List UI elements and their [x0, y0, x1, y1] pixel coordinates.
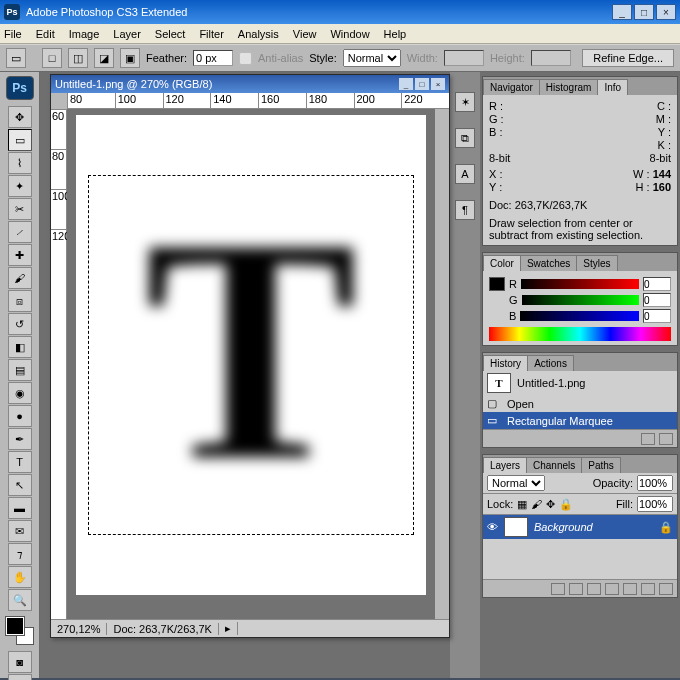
lock-paint-icon[interactable]: 🖌: [531, 498, 542, 510]
tab-layers[interactable]: Layers: [483, 457, 527, 473]
dock-char-icon[interactable]: A: [455, 164, 475, 184]
folder-icon[interactable]: [623, 583, 637, 595]
tab-swatches[interactable]: Swatches: [520, 255, 577, 271]
menu-help[interactable]: Help: [384, 28, 407, 40]
doc-max-button[interactable]: □: [415, 78, 429, 90]
history-item[interactable]: ▭Rectangular Marquee: [483, 412, 677, 429]
tab-histogram[interactable]: Histogram: [539, 79, 599, 95]
new-layer-icon[interactable]: [641, 583, 655, 595]
zoom-level[interactable]: 270,12%: [51, 623, 107, 635]
blend-mode-select[interactable]: Normal: [487, 475, 545, 491]
dock-brushes-icon[interactable]: ✶: [455, 92, 475, 112]
path-tool[interactable]: ↖: [8, 474, 32, 496]
opacity-input[interactable]: [637, 475, 673, 491]
eraser-tool[interactable]: ◧: [8, 336, 32, 358]
menu-layer[interactable]: Layer: [113, 28, 141, 40]
eye-icon[interactable]: 👁: [487, 521, 498, 533]
status-arrow-icon[interactable]: ▸: [219, 622, 238, 635]
fg-color[interactable]: [6, 617, 24, 635]
color-swatch[interactable]: [6, 617, 34, 645]
g-slider[interactable]: [522, 295, 639, 305]
move-tool[interactable]: ✥: [8, 106, 32, 128]
close-button[interactable]: ×: [656, 4, 676, 20]
dodge-tool[interactable]: ●: [8, 405, 32, 427]
brush-tool[interactable]: 🖌: [8, 267, 32, 289]
history-item[interactable]: ▢Open: [483, 395, 677, 412]
menu-select[interactable]: Select: [155, 28, 186, 40]
lock-pos-icon[interactable]: ✥: [546, 498, 555, 511]
maximize-button[interactable]: □: [634, 4, 654, 20]
menu-edit[interactable]: Edit: [36, 28, 55, 40]
tab-channels[interactable]: Channels: [526, 457, 582, 473]
color-chip[interactable]: [489, 277, 505, 291]
new-snap-icon[interactable]: [641, 433, 655, 445]
sel-add-icon[interactable]: ◫: [68, 48, 88, 68]
tab-navigator[interactable]: Navigator: [483, 79, 540, 95]
eyedropper-tool[interactable]: ⁊: [8, 543, 32, 565]
r-slider[interactable]: [521, 279, 639, 289]
fill-input[interactable]: [637, 496, 673, 512]
doc-close-button[interactable]: ×: [431, 78, 445, 90]
refine-edge-button[interactable]: Refine Edge...: [582, 49, 674, 67]
shape-tool[interactable]: ▬: [8, 497, 32, 519]
adjust-icon[interactable]: [605, 583, 619, 595]
zoom-tool[interactable]: 🔍: [8, 589, 32, 611]
history-brush-tool[interactable]: ↺: [8, 313, 32, 335]
sel-sub-icon[interactable]: ◪: [94, 48, 114, 68]
style-select[interactable]: Normal: [343, 49, 401, 67]
layer-row[interactable]: 👁 T Background 🔒: [483, 515, 677, 539]
menu-view[interactable]: View: [293, 28, 317, 40]
notes-tool[interactable]: ✉: [8, 520, 32, 542]
lasso-tool[interactable]: ⌇: [8, 152, 32, 174]
tab-info[interactable]: Info: [597, 79, 628, 95]
link-icon[interactable]: [551, 583, 565, 595]
window-buttons: _ □ ×: [612, 4, 676, 20]
menu-analysis[interactable]: Analysis: [238, 28, 279, 40]
b-slider[interactable]: [520, 311, 639, 321]
hand-tool[interactable]: ✋: [8, 566, 32, 588]
pen-tool[interactable]: ✒: [8, 428, 32, 450]
stamp-tool[interactable]: ⧇: [8, 290, 32, 312]
delete-icon[interactable]: [659, 433, 673, 445]
menu-filter[interactable]: Filter: [199, 28, 223, 40]
wand-tool[interactable]: ✦: [8, 175, 32, 197]
r-input[interactable]: [643, 277, 671, 291]
crop-tool[interactable]: ✂: [8, 198, 32, 220]
fx-icon[interactable]: [569, 583, 583, 595]
menu-window[interactable]: Window: [330, 28, 369, 40]
sel-new-icon[interactable]: □: [42, 48, 62, 68]
feather-input[interactable]: [193, 50, 233, 66]
lock-trans-icon[interactable]: ▦: [517, 498, 527, 511]
canvas[interactable]: T: [67, 109, 435, 619]
sel-int-icon[interactable]: ▣: [120, 48, 140, 68]
marquee-preset-icon[interactable]: ▭: [6, 48, 26, 68]
options-bar: ▭ □ ◫ ◪ ▣ Feather: Anti-alias Style: Nor…: [0, 44, 680, 72]
menu-image[interactable]: Image: [69, 28, 100, 40]
type-tool[interactable]: T: [8, 451, 32, 473]
tab-paths[interactable]: Paths: [581, 457, 621, 473]
dock-clone-icon[interactable]: ⧉: [455, 128, 475, 148]
doc-titlebar[interactable]: Untitled-1.png @ 270% (RGB/8) _ □ ×: [51, 75, 449, 93]
tab-styles[interactable]: Styles: [576, 255, 617, 271]
mask-icon[interactable]: [587, 583, 601, 595]
blur-tool[interactable]: ◉: [8, 382, 32, 404]
g-input[interactable]: [643, 293, 671, 307]
quickmask-tool[interactable]: ◙: [8, 651, 32, 673]
menu-file[interactable]: File: [4, 28, 22, 40]
heal-tool[interactable]: ✚: [8, 244, 32, 266]
dock-para-icon[interactable]: ¶: [455, 200, 475, 220]
history-snapshot[interactable]: TUntitled-1.png: [483, 371, 677, 395]
tab-color[interactable]: Color: [483, 255, 521, 271]
tab-actions[interactable]: Actions: [527, 355, 574, 371]
marquee-tool[interactable]: ▭: [8, 129, 32, 151]
trash-icon[interactable]: [659, 583, 673, 595]
minimize-button[interactable]: _: [612, 4, 632, 20]
tab-history[interactable]: History: [483, 355, 528, 371]
gradient-tool[interactable]: ▤: [8, 359, 32, 381]
screenmode-tool[interactable]: ▣: [8, 674, 32, 680]
spectrum-bar[interactable]: [489, 327, 671, 341]
doc-min-button[interactable]: _: [399, 78, 413, 90]
lock-all-icon[interactable]: 🔒: [559, 498, 573, 511]
b-input[interactable]: [643, 309, 671, 323]
slice-tool[interactable]: ⟋: [8, 221, 32, 243]
